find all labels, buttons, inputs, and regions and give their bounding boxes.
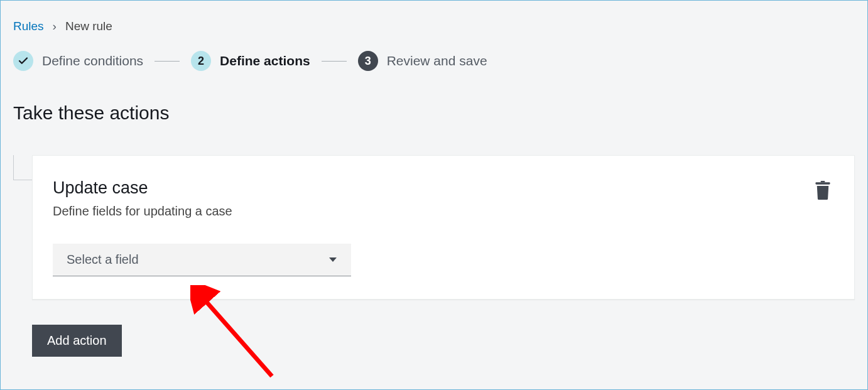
chevron-right-icon: › <box>53 19 57 33</box>
field-select-wrapper: Select a field <box>53 244 351 276</box>
wizard-stepper: Define conditions 2 Define actions 3 Rev… <box>13 51 855 71</box>
step-number-icon: 2 <box>191 51 211 71</box>
breadcrumb: Rules › New rule <box>13 19 855 33</box>
card-subtitle: Define fields for updating a case <box>53 204 232 219</box>
step-define-actions[interactable]: 2 Define actions <box>191 51 310 71</box>
action-card-wrapper: Update case Define fields for updating a… <box>13 155 855 300</box>
svg-rect-1 <box>821 181 825 182</box>
breadcrumb-root-link[interactable]: Rules <box>13 19 44 33</box>
step-label: Define conditions <box>42 53 143 68</box>
field-select-label: Select a field <box>67 252 139 267</box>
step-review-save[interactable]: 3 Review and save <box>358 51 487 71</box>
card-title: Update case <box>53 178 232 198</box>
caret-down-icon <box>328 257 337 263</box>
page-title: Take these actions <box>13 102 855 124</box>
card-header: Update case Define fields for updating a… <box>53 178 834 244</box>
card-heading-group: Update case Define fields for updating a… <box>53 178 232 244</box>
trash-icon <box>814 181 832 200</box>
page-content: Rules › New rule Define conditions 2 Def… <box>1 1 867 357</box>
svg-rect-0 <box>815 182 830 184</box>
breadcrumb-current: New rule <box>65 19 112 33</box>
action-card: Update case Define fields for updating a… <box>32 155 855 300</box>
step-number-icon: 3 <box>358 51 378 71</box>
step-label: Define actions <box>220 53 310 68</box>
add-action-button[interactable]: Add action <box>32 325 122 357</box>
check-icon <box>13 51 33 71</box>
field-select[interactable]: Select a field <box>53 244 351 276</box>
step-label: Review and save <box>387 53 487 68</box>
step-define-conditions[interactable]: Define conditions <box>13 51 143 71</box>
guide-line <box>13 155 32 180</box>
step-connector <box>322 61 347 62</box>
delete-action-button[interactable] <box>811 178 834 204</box>
step-connector <box>155 61 180 62</box>
